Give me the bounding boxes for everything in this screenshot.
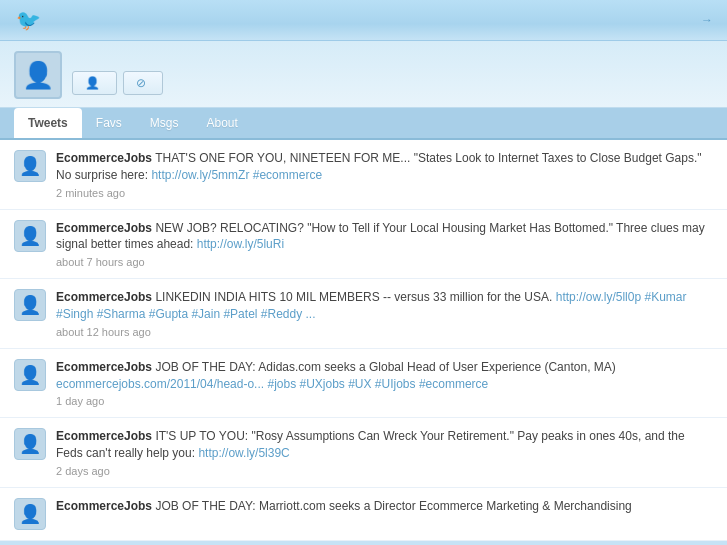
tweet-avatar-icon: 👤 [19,364,41,386]
tweet-link[interactable]: http://ow.ly/5ll0p [556,290,641,304]
tweet-avatar-icon: 👤 [19,155,41,177]
tweet-time: about 12 hours ago [56,326,713,338]
tweet-link[interactable]: http://ow.ly/5luRi [197,237,284,251]
tweet-content: EcommerceJobs JOB OF THE DAY: Marriott.c… [56,498,713,515]
follow-icon: 👤 [85,76,100,90]
profile-stats [72,53,713,65]
tab-tweets[interactable]: Tweets [14,108,82,138]
tweet-text: EcommerceJobs JOB OF THE DAY: Adidas.com… [56,359,713,393]
tweet-time: 2 minutes ago [56,187,713,199]
tweet-avatar: 👤 [14,428,46,460]
tweet-content: EcommerceJobs LINKEDIN INDIA HITS 10 MIL… [56,289,713,338]
tweet-avatar-icon: 👤 [19,225,41,247]
tab-about[interactable]: About [192,108,251,138]
follow-button[interactable]: 👤 [72,71,117,95]
tweet-avatar: 👤 [14,359,46,391]
header: 🐦 [0,0,727,41]
avatar-icon: 👤 [22,60,54,91]
tweet-text: EcommerceJobs IT'S UP TO YOU: "Rosy Assu… [56,428,713,462]
tweet-text: EcommerceJobs JOB OF THE DAY: Marriott.c… [56,498,713,515]
tweet-text: EcommerceJobs LINKEDIN INDIA HITS 10 MIL… [56,289,713,323]
tweet-link[interactable]: http://ow.ly/5l39C [198,446,289,460]
tweet-avatar: 👤 [14,498,46,530]
twitter-logo: 🐦 [12,8,41,32]
tweet-avatar: 👤 [14,150,46,182]
tweets-container: 👤 EcommerceJobs THAT'S ONE FOR YOU, NINE… [0,140,727,541]
tweet-username: EcommerceJobs [56,290,152,304]
tweet-content: EcommerceJobs NEW JOB? RELOCATING? "How … [56,220,713,269]
tweet-time: 1 day ago [56,395,713,407]
tabs-bar: Tweets Favs Msgs About [0,108,727,140]
tweet-avatar: 👤 [14,220,46,252]
tweet-item: 👤 EcommerceJobs THAT'S ONE FOR YOU, NINE… [0,140,727,210]
tweet-item: 👤 EcommerceJobs LINKEDIN INDIA HITS 10 M… [0,279,727,349]
tweet-avatar-icon: 👤 [19,433,41,455]
tab-msgs[interactable]: Msgs [136,108,193,138]
tweet-username: EcommerceJobs [56,499,152,513]
tweet-suffix: #ecommerce [253,168,322,182]
tweet-suffix: #jobs #UXjobs #UX #UIjobs #ecommerce [267,377,488,391]
tweet-item: 👤 EcommerceJobs IT'S UP TO YOU: "Rosy As… [0,418,727,488]
tweet-username: EcommerceJobs [56,151,152,165]
tweet-item: 👤 EcommerceJobs JOB OF THE DAY: Marriott… [0,488,727,541]
tweet-avatar-icon: 👤 [19,294,41,316]
tweet-username: EcommerceJobs [56,360,152,374]
tweet-avatar-icon: 👤 [19,503,41,525]
tweet-text: EcommerceJobs THAT'S ONE FOR YOU, NINETE… [56,150,713,184]
tab-favs[interactable]: Favs [82,108,136,138]
tweet-content: EcommerceJobs THAT'S ONE FOR YOU, NINETE… [56,150,713,199]
tweet-link[interactable]: ecommercejobs.com/2011/04/head-o... [56,377,264,391]
home-link[interactable] [701,13,715,27]
tweet-item: 👤 EcommerceJobs JOB OF THE DAY: Adidas.c… [0,349,727,419]
bird-icon: 🐦 [16,8,41,32]
tweet-avatar: 👤 [14,289,46,321]
block-icon: ⊘ [136,76,146,90]
profile-area: 👤 👤 ⊘ [0,41,727,108]
tweet-content: EcommerceJobs IT'S UP TO YOU: "Rosy Assu… [56,428,713,477]
tweet-content: EcommerceJobs JOB OF THE DAY: Adidas.com… [56,359,713,408]
profile-info: 👤 ⊘ [72,51,713,95]
tweet-text: EcommerceJobs NEW JOB? RELOCATING? "How … [56,220,713,254]
tweet-time: about 7 hours ago [56,256,713,268]
profile-buttons: 👤 ⊘ [72,71,713,95]
tweet-username: EcommerceJobs [56,429,152,443]
tweet-time: 2 days ago [56,465,713,477]
block-button[interactable]: ⊘ [123,71,163,95]
tweet-link[interactable]: http://ow.ly/5mmZr [151,168,249,182]
tweet-username: EcommerceJobs [56,221,152,235]
tweet-item: 👤 EcommerceJobs NEW JOB? RELOCATING? "Ho… [0,210,727,280]
avatar: 👤 [14,51,62,99]
